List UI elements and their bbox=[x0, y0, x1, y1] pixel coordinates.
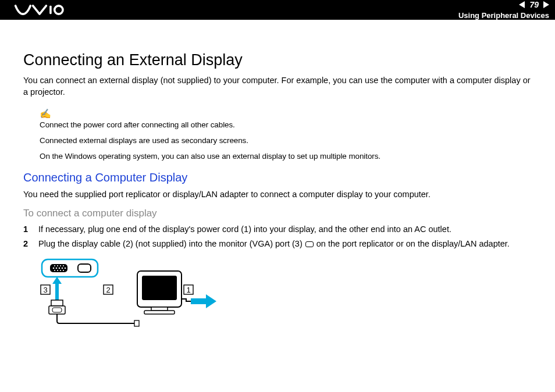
svg-point-6 bbox=[59, 268, 61, 269]
monitor-port-icon bbox=[305, 241, 314, 247]
svg-point-1 bbox=[55, 6, 63, 14]
svg-point-10 bbox=[57, 265, 58, 266]
steps-list: If necessary, plug one end of the displa… bbox=[23, 224, 532, 250]
svg-rect-17 bbox=[78, 264, 91, 272]
note-line-2: Connected external displays are used as … bbox=[40, 136, 532, 145]
svg-point-15 bbox=[60, 270, 61, 271]
vaio-logo-svg bbox=[13, 4, 66, 16]
vaio-logo bbox=[13, 4, 66, 16]
step-1: If necessary, plug one end of the displa… bbox=[23, 224, 532, 236]
svg-point-16 bbox=[63, 270, 64, 271]
diagram-label-2: 2 bbox=[106, 286, 110, 294]
prev-page-icon[interactable] bbox=[519, 1, 525, 8]
svg-rect-24 bbox=[134, 320, 139, 326]
note-block: ✍ Connect the power cord after connectin… bbox=[40, 108, 532, 161]
svg-rect-0 bbox=[49, 6, 52, 14]
procedure-heading: To connect a computer display bbox=[23, 208, 532, 219]
svg-point-11 bbox=[60, 265, 61, 266]
diagram-label-3: 3 bbox=[43, 286, 47, 294]
intro-paragraph: You can connect an external display (not… bbox=[23, 75, 532, 98]
svg-point-13 bbox=[54, 270, 55, 271]
step-2-part-a: Plug the display cable (2) (not supplied… bbox=[38, 239, 305, 248]
svg-point-8 bbox=[65, 268, 66, 269]
svg-rect-21 bbox=[51, 300, 63, 306]
svg-rect-28 bbox=[151, 307, 168, 311]
svg-marker-32 bbox=[206, 294, 216, 308]
svg-point-14 bbox=[57, 270, 58, 271]
page-number: 79 bbox=[527, 0, 541, 9]
page-navigator: 79 bbox=[519, 0, 549, 9]
section-title: Using Peripheral Devices bbox=[458, 11, 549, 20]
svg-point-5 bbox=[56, 268, 58, 269]
svg-marker-20 bbox=[52, 277, 62, 284]
svg-point-4 bbox=[53, 268, 55, 269]
svg-point-7 bbox=[62, 268, 63, 269]
next-page-icon[interactable] bbox=[543, 1, 549, 8]
note-line-3: On the Windows operating system, you can… bbox=[40, 152, 532, 161]
sub-intro: You need the supplied port replicator or… bbox=[23, 189, 532, 201]
step-2: Plug the display cable (2) (not supplied… bbox=[23, 238, 532, 250]
svg-rect-29 bbox=[144, 311, 175, 314]
svg-rect-31 bbox=[191, 298, 206, 304]
subheading: Connecting a Computer Display bbox=[23, 171, 532, 184]
header-right: 79 Using Peripheral Devices bbox=[458, 0, 549, 20]
svg-point-12 bbox=[63, 265, 64, 266]
note-line-1: Connect the power cord after connecting … bbox=[40, 120, 532, 129]
header-bar: 79 Using Peripheral Devices bbox=[0, 0, 555, 20]
page-title: Connecting an External Display bbox=[23, 51, 532, 69]
diagram-label-1: 1 bbox=[186, 286, 190, 294]
svg-rect-27 bbox=[142, 276, 177, 300]
document-page: 79 Using Peripheral Devices Connecting a… bbox=[0, 0, 555, 392]
svg-rect-23 bbox=[52, 308, 62, 312]
connection-diagram: 3 2 bbox=[40, 258, 532, 330]
note-icon: ✍ bbox=[40, 108, 51, 119]
svg-point-9 bbox=[54, 265, 55, 266]
page-content: Connecting an External Display You can c… bbox=[0, 20, 555, 330]
step-2-part-b: on the port replicator or on the display… bbox=[314, 239, 510, 248]
